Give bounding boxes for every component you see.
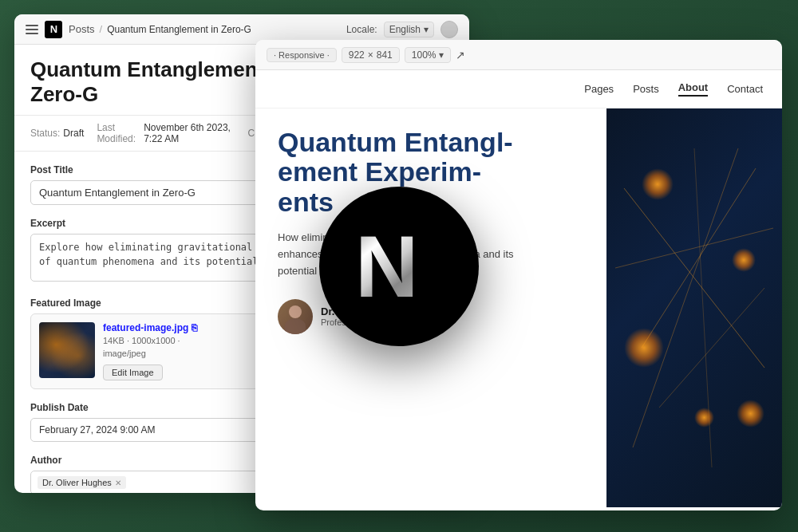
preview-nav: Pages Posts About Contact — [255, 70, 782, 108]
svg-line-0 — [624, 188, 764, 368]
image-orbs — [606, 108, 782, 507]
modified-badge: Last Modified: November 6th 2023, 7:22 A… — [97, 122, 235, 144]
preview-image — [606, 108, 782, 507]
edit-image-button[interactable]: Edit Image — [103, 365, 163, 380]
locale-value: English — [389, 24, 421, 35]
author-avatar — [278, 299, 313, 334]
svg-line-5 — [694, 148, 712, 467]
nav-contact[interactable]: Contact — [727, 83, 763, 95]
modified-value: November 6th 2023, 7:22 AM — [144, 122, 235, 144]
nav-pages[interactable]: Pages — [584, 83, 614, 95]
breadcrumb: Posts / Quantum Entanglement in Zero-G — [69, 23, 251, 35]
locale-label: Locale: — [346, 24, 377, 35]
locale-selector[interactable]: English ▾ — [384, 22, 434, 37]
image-thumbnail — [39, 322, 95, 378]
nav-posts[interactable]: Posts — [633, 83, 659, 95]
device-selector[interactable]: · Responsive · — [267, 48, 337, 62]
preview-controls: · Responsive · 922 × 841 100% ▾ ↗ — [267, 47, 771, 63]
preview-zoom[interactable]: 100% ▾ — [405, 47, 452, 63]
author-tag: Dr. Oliver Hughes ✕ — [38, 476, 126, 489]
breadcrumb-parent[interactable]: Posts — [69, 23, 95, 35]
menu-icon[interactable] — [26, 25, 38, 34]
preview-size: 922 × 841 — [342, 47, 400, 63]
zoom-value: 100% — [412, 49, 437, 61]
nav-about[interactable]: About — [678, 81, 709, 97]
preview-width: 922 — [349, 49, 365, 61]
modified-label: Last Modified: — [97, 122, 140, 144]
n-letter — [355, 223, 443, 310]
image-overlay — [39, 322, 95, 378]
status-badge: Status: Draft — [30, 128, 84, 139]
svg-line-4 — [633, 148, 738, 447]
wire-lines — [606, 108, 782, 507]
topbar-right: Locale: English ▾ — [346, 21, 458, 38]
times-symbol: × — [368, 49, 373, 61]
author-tag-name: Dr. Oliver Hughes — [42, 478, 112, 487]
topbar-left: N Posts / Quantum Entanglement in Zero-G — [26, 21, 338, 38]
svg-line-2 — [642, 168, 756, 348]
avatar[interactable] — [440, 21, 458, 38]
preview-topbar: · Responsive · 922 × 841 100% ▾ ↗ — [255, 40, 782, 70]
breadcrumb-separator: / — [100, 23, 103, 35]
author-remove-icon[interactable]: ✕ — [115, 479, 121, 487]
zoom-chevron-icon: ▾ — [439, 49, 444, 61]
status-label: Status: — [30, 128, 60, 139]
breadcrumb-current: Quantum Entanglement in Zero-G — [107, 24, 251, 35]
app-logo: N — [45, 21, 62, 38]
chevron-down-icon: ▾ — [424, 24, 429, 35]
preview-height: 841 — [377, 49, 393, 61]
svg-line-1 — [615, 228, 773, 268]
center-logo — [319, 187, 479, 346]
status-value: Draft — [63, 128, 84, 139]
copy-icon: ⎘ — [192, 322, 197, 333]
external-link-icon[interactable]: ↗ — [456, 49, 465, 61]
